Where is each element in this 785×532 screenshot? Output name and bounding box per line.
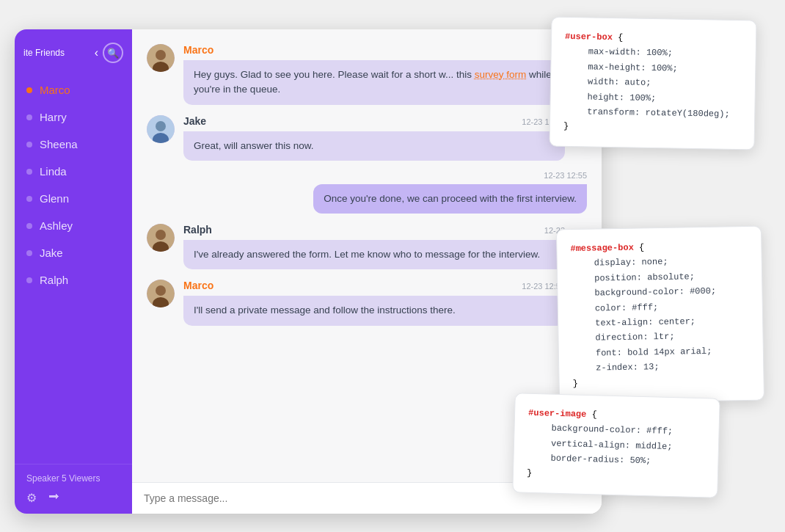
message-author-marco-2: Marco — [183, 280, 213, 291]
sidebar-user-name: Ashley — [40, 219, 73, 232]
sidebar-item-sheena[interactable]: Sheena — [15, 131, 132, 158]
message-bubble-4: I've already answered the form. Let me k… — [183, 240, 565, 269]
message-content-4: Ralph 12-23 I've already answered the fo… — [183, 224, 565, 269]
speaker-viewers-label: Speaker 5 Viewers — [26, 473, 120, 484]
avatar-jake — [147, 115, 175, 143]
settings-icon[interactable]: ⚙ — [26, 491, 37, 505]
message-group-1: Marco Hey guys. Glad to see you here. Pl… — [147, 44, 587, 105]
invite-friends-label: ite Friends — [23, 48, 65, 58]
message-group-2: Jake 12-23 12:54 Great, will answer this… — [147, 115, 587, 161]
code-selector-1: #user-box — [565, 32, 613, 43]
sidebar-item-ralph[interactable]: Ralph — [15, 266, 132, 294]
sidebar-search-button[interactable]: 🔍 — [103, 43, 123, 63]
message-content-1: Marco Hey guys. Glad to see you here. Pl… — [183, 44, 565, 105]
user-dot-harry — [26, 114, 32, 120]
user-dot-jake — [26, 250, 32, 256]
sidebar-item-marco[interactable]: Marco — [15, 76, 132, 103]
message-bubble-5: I'll send a private message and follow t… — [183, 296, 565, 325]
sidebar-user-name: Jake — [40, 247, 63, 259]
avatar-marco-1 — [147, 44, 175, 72]
sidebar-footer-icons: ⚙ ⮕ — [26, 491, 120, 505]
sidebar-user-name: Marco — [40, 84, 70, 96]
chat-input[interactable] — [144, 492, 590, 504]
message-group-3: 12-23 12:55 Once you're done, we can pro… — [147, 171, 587, 214]
user-dot-glenn — [26, 196, 32, 202]
sidebar-header: ite Friends ‹ 🔍 — [15, 29, 132, 73]
code-popup-user-box: #user-box { max-width: 100%; max-height:… — [549, 17, 756, 150]
svg-point-4 — [156, 121, 166, 131]
svg-point-1 — [156, 50, 166, 60]
sidebar-item-harry[interactable]: Harry — [15, 103, 132, 131]
user-dot-linda — [26, 169, 32, 175]
message-time-3: 12-23 12:55 — [544, 171, 587, 180]
user-dot-ashley — [26, 223, 32, 229]
code-selector-2: #message-box — [570, 243, 634, 255]
avatar-ralph — [147, 224, 175, 252]
message-header-5: Marco 12-23 12:57 — [183, 280, 565, 291]
message-author-ralph: Ralph — [183, 224, 212, 236]
sidebar-footer: Speaker 5 Viewers ⚙ ⮕ — [15, 464, 132, 514]
sidebar-user-name: Sheena — [40, 138, 78, 150]
sidebar-item-ashley[interactable]: Ashley — [15, 212, 132, 239]
message-bubble-1: Hey guys. Glad to see you here. Please w… — [183, 60, 565, 105]
user-dot-marco — [26, 87, 32, 93]
sidebar-user-name: Linda — [40, 165, 67, 178]
sidebar-item-jake[interactable]: Jake — [15, 239, 132, 266]
message-group-5: Marco 12-23 12:57 I'll send a private me… — [147, 280, 587, 325]
svg-point-10 — [156, 285, 166, 296]
message-content-5: Marco 12-23 12:57 I'll send a private me… — [183, 280, 565, 325]
code-popup-user-image: #user-image { background-color: #fff; ve… — [512, 393, 720, 498]
message-header-4: Ralph 12-23 — [183, 224, 565, 236]
message-header-1: Marco — [183, 44, 565, 56]
svg-point-7 — [156, 230, 166, 240]
sidebar-collapse-icon[interactable]: ‹ — [95, 46, 98, 59]
sidebar-item-glenn[interactable]: Glenn — [15, 185, 132, 212]
user-dot-sheena — [26, 142, 32, 147]
message-header-3: 12-23 12:55 — [544, 171, 587, 180]
message-bubble-2: Great, will answer this now. — [183, 131, 565, 161]
code-popup-message-box: #message-box { display: none; position: … — [556, 226, 764, 404]
sidebar-item-linda[interactable]: Linda — [15, 158, 132, 185]
sidebar-user-name: Ralph — [40, 274, 68, 286]
code-selector-3: #user-image — [528, 408, 587, 420]
message-group-4: Ralph 12-23 I've already answered the fo… — [147, 224, 587, 269]
logout-icon[interactable]: ⮕ — [48, 491, 60, 505]
message-content-3: 12-23 12:55 Once you're done, we can pro… — [205, 171, 587, 214]
sidebar: ite Friends ‹ 🔍 Marco Harry Sheena — [15, 29, 132, 514]
sidebar-header-left: ite Friends — [23, 48, 65, 58]
user-dot-ralph — [26, 277, 32, 283]
sidebar-user-name: Glenn — [40, 192, 69, 205]
message-author-jake: Jake — [183, 115, 206, 127]
message-header-2: Jake 12-23 12:54 — [183, 115, 565, 127]
avatar-marco-2 — [147, 280, 175, 307]
sidebar-user-list: Marco Harry Sheena Linda Glenn Ashley — [15, 73, 132, 464]
search-icon: 🔍 — [107, 48, 119, 59]
survey-form-link[interactable]: survey form — [475, 69, 527, 80]
message-content-2: Jake 12-23 12:54 Great, will answer this… — [183, 115, 565, 161]
sidebar-user-name: Harry — [40, 111, 67, 123]
message-bubble-3: Once you're done, we can proceed with th… — [313, 184, 587, 214]
message-author-marco: Marco — [183, 44, 213, 56]
